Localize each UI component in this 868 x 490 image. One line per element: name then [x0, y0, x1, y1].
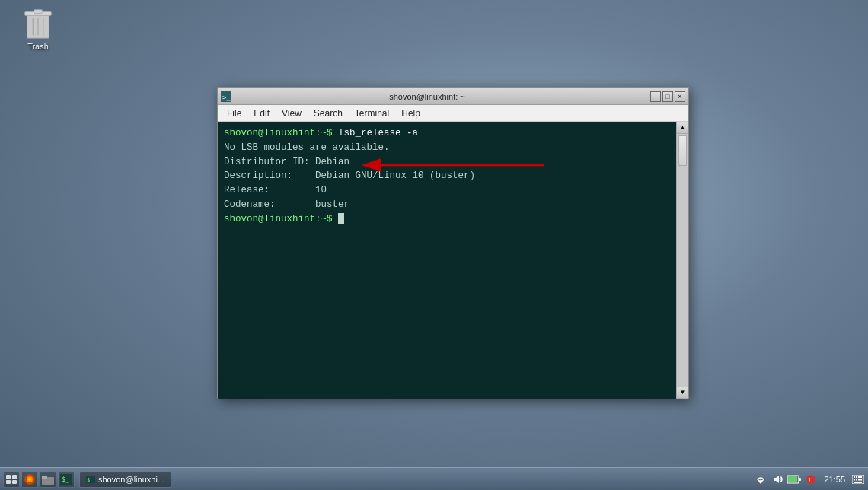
notification-tray-icon: !: [805, 473, 817, 485]
svg-rect-27: [799, 478, 801, 481]
network-icon[interactable]: [754, 473, 767, 486]
battery-tray-icon: [787, 475, 801, 484]
terminal-window: >_ shovon@linuxhint: ~ _ □ ✕ File Edit V…: [217, 88, 689, 399]
terminal-line-4: Description: Debian GNU/Linux 10 (buster…: [224, 169, 670, 183]
menu-search[interactable]: Search: [308, 107, 349, 120]
terminal-scrollbar[interactable]: ▲ ▼: [676, 122, 688, 399]
close-button[interactable]: ✕: [675, 91, 685, 102]
svg-rect-26: [788, 476, 797, 482]
terminal-line-3: Distributor ID: Debian: [224, 155, 670, 170]
apps-icon: [6, 475, 17, 484]
svg-rect-10: [6, 475, 11, 479]
taskbar: $_ $ shovon@linuxhi...: [0, 467, 868, 490]
trash-label: Trash: [27, 42, 49, 51]
scroll-thumb[interactable]: [678, 135, 687, 166]
terminal-line-7: shovon@linuxhint:~$: [224, 212, 670, 227]
menu-help[interactable]: Help: [395, 107, 426, 120]
volume-tray-icon: [771, 473, 783, 485]
svg-rect-2: [34, 10, 43, 14]
battery-icon[interactable]: [787, 473, 801, 486]
desktop: Trash >_ shovon@linuxhint: ~ _ □ ✕ File …: [0, 0, 868, 490]
svg-rect-34: [860, 476, 862, 478]
svg-point-23: [760, 481, 762, 483]
taskbar-window-item[interactable]: $ shovon@linuxhi...: [79, 471, 171, 488]
svg-rect-37: [858, 479, 860, 480]
svg-rect-32: [856, 476, 857, 478]
firefox-icon: [24, 473, 36, 485]
menu-edit[interactable]: Edit: [247, 107, 276, 120]
svg-rect-36: [856, 479, 857, 480]
minimize-button[interactable]: _: [650, 91, 661, 102]
window-icon: $: [86, 476, 95, 483]
taskbar-firefox-button[interactable]: [21, 471, 38, 488]
menu-terminal[interactable]: Terminal: [349, 107, 395, 120]
scroll-down-button[interactable]: ▼: [677, 387, 688, 399]
terminal-line-6: Codename: buster: [224, 198, 670, 212]
scroll-track[interactable]: [677, 134, 688, 387]
maximize-button[interactable]: □: [662, 91, 673, 102]
svg-rect-33: [858, 476, 860, 478]
title-bar-buttons: _ □ ✕: [650, 91, 685, 102]
svg-rect-31: [854, 476, 855, 478]
terminal-taskbar-icon: $_: [60, 474, 72, 485]
svg-rect-35: [854, 479, 855, 480]
terminal-line-1: shovon@linuxhint:~$ lsb_release -a: [224, 126, 670, 141]
svg-rect-18: [42, 476, 47, 479]
svg-rect-12: [6, 480, 11, 484]
title-bar: >_ shovon@linuxhint: ~ _ □ ✕: [218, 88, 688, 105]
volume-icon[interactable]: [771, 473, 784, 486]
keyboard-tray-icon: [852, 475, 864, 484]
title-bar-left: >_: [221, 91, 235, 102]
menu-bar: File Edit View Search Terminal Help: [218, 105, 688, 122]
trash-icon-svg: [23, 4, 53, 40]
taskbar-window-label: shovon@linuxhi...: [98, 475, 164, 484]
terminal-text-area[interactable]: shovon@linuxhint:~$ lsb_release -a No LS…: [218, 122, 676, 399]
terminal-line-5: Release: 10: [224, 183, 670, 198]
menu-file[interactable]: File: [221, 107, 247, 120]
svg-text:>_: >_: [222, 94, 231, 101]
svg-text:!: !: [809, 476, 811, 484]
notifications-icon[interactable]: !: [804, 473, 818, 486]
trash-icon[interactable]: Trash: [15, 4, 61, 51]
terminal-line-2: No LSB modules are available.: [224, 141, 670, 155]
terminal-content[interactable]: shovon@linuxhint:~$ lsb_release -a No LS…: [218, 122, 688, 399]
taskbar-menu-button[interactable]: [3, 471, 20, 488]
scroll-up-button[interactable]: ▲: [677, 122, 688, 134]
title-bar-title: shovon@linuxhint: ~: [235, 92, 620, 101]
svg-rect-38: [860, 479, 862, 480]
svg-text:$_: $_: [62, 476, 69, 483]
taskbar-files-button[interactable]: [40, 471, 56, 488]
svg-rect-39: [854, 482, 862, 483]
svg-text:$: $: [87, 477, 90, 483]
menu-view[interactable]: View: [276, 107, 308, 120]
svg-point-28: [806, 475, 815, 484]
network-tray-icon: [755, 473, 767, 485]
taskbar-clock: 21:55: [821, 475, 848, 484]
svg-marker-24: [774, 476, 779, 483]
svg-point-16: [28, 478, 31, 481]
svg-rect-13: [12, 480, 17, 484]
folder-icon: [42, 474, 54, 485]
terminal-icon: >_: [221, 91, 231, 102]
keyboard-icon[interactable]: [851, 473, 865, 486]
taskbar-terminal-button[interactable]: $_: [58, 471, 75, 488]
taskbar-left: $_ $ shovon@linuxhi...: [3, 471, 171, 488]
taskbar-right: ! 21:55: [754, 473, 865, 486]
svg-rect-11: [12, 475, 17, 479]
